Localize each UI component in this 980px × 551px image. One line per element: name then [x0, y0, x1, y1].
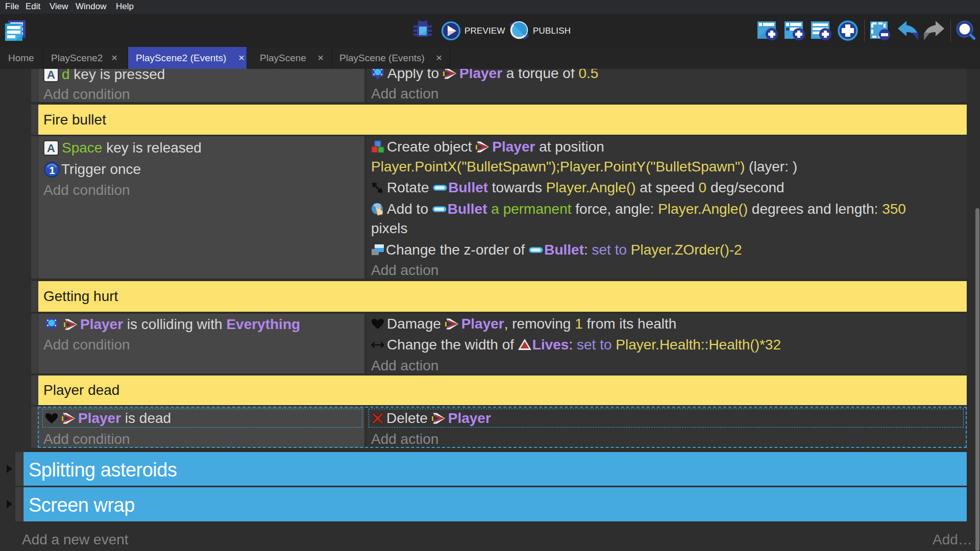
- svg-text:A: A: [47, 142, 55, 155]
- svg-text:A: A: [47, 68, 55, 81]
- svg-text:1: 1: [49, 164, 55, 176]
